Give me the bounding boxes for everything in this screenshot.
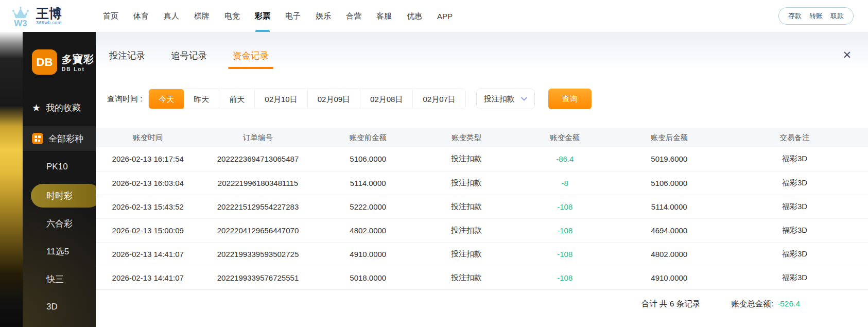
date-option-button[interactable]: 02月10日 <box>254 89 307 109</box>
cell-change-amount: -108 <box>513 195 617 218</box>
sidebar-item-3d[interactable]: 3D <box>23 295 96 319</box>
cell-amount-before: 5018.0000 <box>316 266 421 289</box>
crown-w3-logo-icon: W3 <box>9 4 32 28</box>
sidebar-item-favorites[interactable]: ★ 我的收藏 <box>23 96 96 119</box>
sidebar-item-shishicai[interactable]: 时时彩 <box>31 184 101 208</box>
db-logo-text: 多寶彩 DB Lot <box>62 53 94 72</box>
column-header: 账变前金额 <box>316 128 421 147</box>
date-option-button[interactable]: 前天 <box>219 89 254 109</box>
sidebar-item-liuhecai[interactable]: 六合彩 <box>23 212 96 235</box>
fund-records-panel: 投注记录 追号记录 资金记录 ✕ 查询时间 : 今天 昨天 前天 02月10日 <box>96 39 868 327</box>
main-nav: 首页 体育 真人 棋牌 电竞 彩票 电子 娱乐 合营 客服 优惠 AP <box>102 0 454 32</box>
cell-change-time: 2026-02-13 14:41:07 <box>96 266 200 289</box>
column-header: 交易备注 <box>721 128 868 147</box>
filter-bar: 查询时间 : 今天 昨天 前天 02月10日 02月09日 02月08日 <box>107 89 868 109</box>
sidebar-item-pk10[interactable]: PK10 <box>23 155 96 179</box>
date-option-button[interactable]: 昨天 <box>184 89 219 109</box>
cell-amount-after: 4910.0000 <box>617 266 722 289</box>
total-amount-label: 账变总金额: <box>731 299 773 309</box>
nav-item[interactable]: 娱乐 <box>315 0 332 32</box>
nav-item[interactable]: 体育 <box>132 0 150 32</box>
cell-remark: 福彩3D <box>721 171 868 195</box>
column-header: 账变时间 <box>96 128 200 147</box>
brand-name: 王博 <box>36 7 62 20</box>
cell-amount-after: 4694.0000 <box>617 218 722 242</box>
sidebar-item-kuaisan[interactable]: 快三 <box>23 267 96 291</box>
change-type-dropdown[interactable]: 投注扣款 <box>476 89 535 109</box>
wallet-actions-pill: 存款 转账 取款 <box>778 7 854 25</box>
table-row: 2026-02-13 16:03:04 2022219961803481115 … <box>96 171 868 195</box>
cell-remark: 福彩3D <box>721 266 868 289</box>
cell-change-amount: -8 <box>513 171 617 195</box>
deposit-button[interactable]: 存款 <box>788 11 802 21</box>
cell-amount-after: 5106.0000 <box>617 171 722 195</box>
cell-change-amount: -108 <box>513 218 617 242</box>
table-row: 2026-02-13 15:43:52 2022215129554227283 … <box>96 195 868 218</box>
cell-change-amount: -108 <box>513 266 617 289</box>
top-navbar: W3 王博 365wb.com 首页 体育 真人 棋牌 电竞 彩票 <box>0 0 868 32</box>
db-logo-icon: DB <box>32 49 57 75</box>
tab-bet-records[interactable]: 投注记录 <box>108 45 146 69</box>
cell-change-type: 投注扣款 <box>420 266 513 289</box>
brand-domain: 365wb.com <box>36 20 62 25</box>
cell-remark: 福彩3D <box>721 147 868 171</box>
table-row: 2026-02-13 14:41:07 2022199339576725551 … <box>96 266 868 289</box>
cell-change-time: 2026-02-13 14:41:07 <box>96 242 200 266</box>
cell-order-number: 2022215129554227283 <box>200 195 316 218</box>
nav-item[interactable]: 彩票 <box>254 0 271 32</box>
nav-item[interactable]: 棋牌 <box>193 0 211 32</box>
sidebar-item-all-lotteries[interactable]: 全部彩种 <box>23 126 96 151</box>
date-filter-group: 今天 昨天 前天 02月10日 02月09日 02月08日 02月07日 <box>148 89 466 109</box>
nav-item[interactable]: 电竞 <box>223 0 241 32</box>
cell-remark: 福彩3D <box>721 195 868 218</box>
sidebar-item-11xuan5[interactable]: 11选5 <box>23 239 96 263</box>
table-row: 2026-02-13 14:41:07 2022199339593502725 … <box>96 242 868 266</box>
nav-item[interactable]: 合营 <box>345 0 362 32</box>
total-records-label: 合计 共 6 条记录 <box>641 299 701 309</box>
cell-change-type: 投注扣款 <box>420 171 513 195</box>
date-option-button[interactable]: 02月07日 <box>412 89 465 109</box>
site-logo[interactable]: W3 王博 365wb.com <box>9 4 62 28</box>
cell-change-type: 投注扣款 <box>420 218 513 242</box>
lottery-sidebar: DB 多寶彩 DB Lot ★ 我的收藏 <box>23 32 96 327</box>
tab-fund-records[interactable]: 资金记录 <box>232 45 270 69</box>
date-option-button[interactable]: 02月08日 <box>360 89 412 109</box>
table-row: 2026-02-13 16:17:54 2022223694713065487 … <box>96 147 868 171</box>
fund-records-table: 账变时间订单编号账变前金额账变类型账变金额账变后金额交易备注 2026-02-1… <box>96 128 868 290</box>
query-button[interactable]: 查询 <box>548 89 592 109</box>
cell-order-number: 2022204129656447070 <box>200 218 316 242</box>
nav-item[interactable]: 客服 <box>375 0 393 32</box>
column-header: 账变后金额 <box>617 128 722 147</box>
transfer-button[interactable]: 转账 <box>809 11 823 21</box>
sidebar-item-label: 我的收藏 <box>46 102 81 114</box>
column-header: 订单编号 <box>200 128 316 147</box>
tab-chase-records[interactable]: 追号记录 <box>170 45 208 69</box>
nav-item[interactable]: 真人 <box>163 0 180 32</box>
logo-text: 王博 365wb.com <box>36 7 62 25</box>
query-time-label: 查询时间 : <box>107 94 142 104</box>
table-row: 2026-02-13 15:00:09 2022204129656447070 … <box>96 218 868 242</box>
cell-change-time: 2026-02-13 16:03:04 <box>96 171 200 195</box>
cell-change-time: 2026-02-13 16:17:54 <box>96 147 200 171</box>
withdraw-button[interactable]: 取款 <box>830 11 844 21</box>
cell-change-time: 2026-02-13 15:43:52 <box>96 195 200 218</box>
close-icon[interactable]: ✕ <box>842 49 852 60</box>
cell-amount-after: 5019.6000 <box>617 147 722 171</box>
cell-amount-before: 5222.0000 <box>316 195 421 218</box>
nav-item[interactable]: 首页 <box>102 0 119 32</box>
record-tabs: 投注记录 追号记录 资金记录 ✕ <box>96 39 868 69</box>
main-area: DB 多寶彩 DB Lot ★ 我的收藏 <box>0 32 868 327</box>
nav-item[interactable]: 电子 <box>284 0 302 32</box>
db-lottery-logo[interactable]: DB 多寶彩 DB Lot <box>32 49 96 75</box>
cell-order-number: 2022199339593502725 <box>200 242 316 266</box>
nav-item[interactable]: APP <box>436 0 454 32</box>
cell-change-amount: -86.4 <box>513 147 617 171</box>
date-option-button[interactable]: 02月09日 <box>307 89 360 109</box>
cell-order-number: 2022219961803481115 <box>200 171 316 195</box>
dropdown-selected-value: 投注扣款 <box>484 94 515 104</box>
table-header-row: 账变时间订单编号账变前金额账变类型账变金额账变后金额交易备注 <box>96 128 868 147</box>
nav-item[interactable]: 优惠 <box>406 0 423 32</box>
cell-amount-after: 5114.0000 <box>617 195 722 218</box>
cell-order-number: 2022199339576725551 <box>200 266 316 289</box>
date-option-button[interactable]: 今天 <box>149 89 184 109</box>
